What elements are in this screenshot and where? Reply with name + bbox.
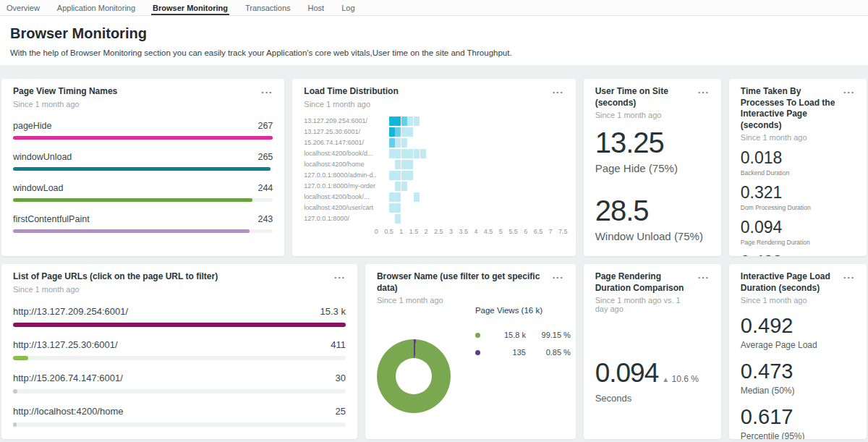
bar-value: 265	[258, 152, 273, 162]
heatmap-row-cells	[376, 159, 563, 170]
bar-label: http://13.127.209.254:6001/	[13, 306, 128, 317]
heatmap-cell	[389, 149, 395, 158]
heatmap-cell	[407, 171, 413, 180]
card-menu-icon[interactable]: ···	[838, 86, 855, 97]
browser-donut-chart[interactable]	[377, 339, 451, 413]
bar	[13, 167, 271, 171]
heatmap-row: 15.206.74.147:6001/	[304, 137, 563, 148]
nav-tab-browser-monitoring[interactable]: Browser Monitoring	[153, 0, 228, 15]
legend-row[interactable]: 15.8 k99.15 %	[475, 331, 571, 339]
heatmap-cell	[389, 116, 395, 126]
bar-label: firstContentfulPaint	[13, 214, 90, 224]
heatmap-row-label: 127.0.0.1:8000/	[304, 215, 376, 222]
heatmap-cell	[414, 149, 420, 158]
card-menu-icon[interactable]: ···	[547, 86, 564, 97]
heatmap-row-cells	[376, 192, 563, 203]
heatmap-row: 127.0.0.1:8000/	[304, 213, 563, 224]
heatmap-cell	[395, 138, 401, 148]
legend-percent: 99.15 %	[530, 331, 571, 339]
heatmap-row: 13.127.25.30:6001/	[304, 127, 563, 137]
metric-label: Window Unload (75%)	[595, 230, 710, 242]
card-user-time-on-site: User Time on Site (seconds) Since 1 mont…	[584, 79, 721, 256]
heatmap-row: 13.127.209.254:6001/	[304, 116, 563, 127]
comparison-value: 0.094	[595, 358, 659, 388]
legend-row[interactable]: 1350.85 %	[475, 348, 571, 357]
heatmap-cell	[395, 192, 401, 202]
heatmap-cell	[389, 171, 395, 180]
card-menu-icon[interactable]: ···	[692, 86, 710, 97]
bar-track	[13, 356, 346, 360]
bar-track	[13, 198, 273, 202]
heatmap-row-label: localhost:4200/home	[304, 161, 376, 168]
heatmap-row-label: 127.0.0.1:8000/admin-d...	[304, 171, 376, 179]
bar	[13, 229, 250, 233]
heatmap-axis-tick: 1	[399, 228, 403, 235]
bar	[13, 323, 346, 327]
heatmap-axis-tick: 4.5	[484, 228, 493, 235]
heatmap-cell	[389, 203, 395, 213]
bar-row[interactable]: windowLoad244	[13, 183, 273, 202]
bar-value: 244	[258, 183, 273, 193]
bar-label: http://13.127.25.30:6001/	[13, 339, 118, 350]
heatmap-row-label: localhost:4200/book/...	[304, 193, 376, 200]
heatmap-row-cells	[376, 127, 563, 137]
heatmap-cell	[401, 116, 407, 126]
bar-value: 267	[258, 121, 273, 131]
heatmap-row-label: localhost:4200/user/cart	[304, 204, 376, 211]
bar	[13, 136, 273, 140]
bar-row[interactable]: http://13.127.25.30:6001/411	[13, 339, 346, 360]
heatmap-row-label: 13.127.209.254:6001/	[304, 117, 376, 124]
card-menu-icon[interactable]: ···	[692, 271, 710, 282]
bar-value: 25	[335, 406, 345, 417]
nav-tab-host[interactable]: Host	[308, 0, 325, 15]
heatmap-cell	[414, 192, 420, 202]
card-subtitle: Since 1 month ago	[304, 100, 398, 109]
bar-value: 243	[258, 214, 273, 224]
heatmap-row: localhost:4200/user/cart	[304, 203, 563, 213]
heatmap-row-label: 13.127.25.30:6001/	[304, 128, 376, 135]
metric-value: 0.094	[741, 218, 855, 237]
nav-tab-application-monitoring[interactable]: Application Monitoring	[57, 0, 135, 15]
bar-row[interactable]: windowUnload265	[13, 152, 273, 171]
bar-row[interactable]: pageHide267	[13, 121, 273, 140]
heatmap-row: localhost:4200/home	[304, 159, 563, 170]
heatmap-row: localhost:4200/book/d...	[304, 148, 563, 159]
card-menu-icon[interactable]: ···	[838, 271, 855, 282]
bar-label: pageHide	[13, 121, 52, 131]
bar-row[interactable]: http://localhost:4200/home25	[13, 406, 346, 427]
bar-value: 15.3 k	[320, 306, 345, 317]
card-menu-icon[interactable]: ···	[547, 271, 564, 282]
nav-tab-log[interactable]: Log	[341, 0, 354, 15]
heatmap-row-cells	[376, 181, 563, 192]
nav-tab-transactions[interactable]: Transactions	[245, 0, 291, 15]
heatmap-cell	[395, 127, 401, 137]
legend-dot-icon	[475, 350, 480, 355]
page-title: Browser Monitoring	[10, 25, 858, 42]
bar-label: http://localhost:4200/home	[13, 406, 124, 417]
heatmap-axis-tick: 6.5	[534, 228, 543, 235]
metric-value: 0.018	[741, 148, 855, 168]
heatmap-axis-tick: 4	[474, 228, 477, 235]
metric-value: 0.492	[741, 314, 855, 338]
bar-row[interactable]: firstContentfulPaint243	[13, 214, 273, 233]
bar-track	[13, 323, 346, 327]
heatmap-row-cells	[376, 116, 563, 127]
heatmap-axis-tick: 6	[524, 228, 527, 235]
heatmap-cell	[407, 116, 413, 126]
comparison-unit: Seconds	[595, 393, 710, 404]
card-menu-icon[interactable]: ···	[328, 271, 346, 282]
heatmap-cell	[420, 149, 426, 158]
heatmap-row: 127.0.0.1:8000/admin-d...	[304, 170, 563, 181]
bar-track	[13, 389, 346, 394]
heatmap-axis-tick: 0	[375, 228, 378, 235]
legend-title: Page Views (16 k)	[475, 306, 571, 315]
card-menu-icon[interactable]: ···	[255, 86, 273, 97]
card-title: Page Rendering Duration Comparison	[595, 271, 692, 294]
metric-label: Page Rendering Duration	[741, 239, 855, 246]
heatmap-cell	[401, 171, 407, 180]
heatmap-cell	[401, 160, 407, 169]
top-nav: OverviewApplication MonitoringBrowser Mo…	[0, 0, 868, 16]
bar-row[interactable]: http://13.127.209.254:6001/15.3 k	[13, 306, 346, 327]
nav-tab-overview[interactable]: Overview	[7, 0, 40, 15]
bar-row[interactable]: http://15.206.74.147:6001/30	[13, 373, 346, 394]
